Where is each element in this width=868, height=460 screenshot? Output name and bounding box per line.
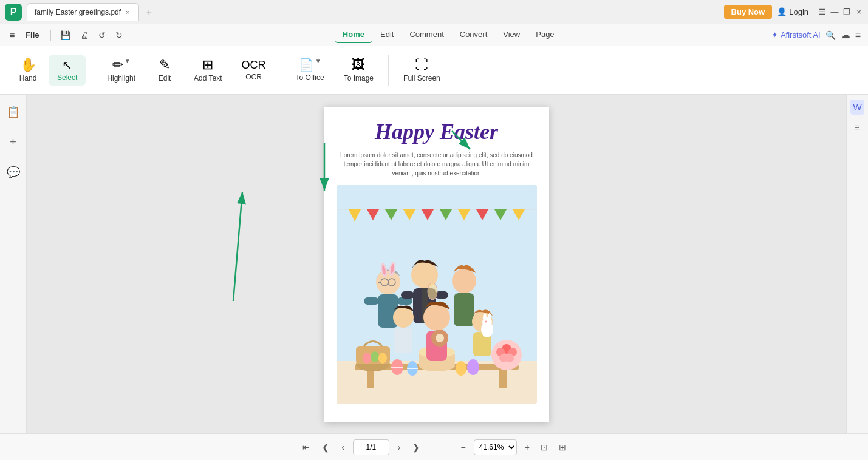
- panel-toggle-icon[interactable]: ≡: [852, 120, 863, 135]
- select-tool[interactable]: ↖ Select: [49, 55, 86, 86]
- app-logo: P: [5, 4, 22, 21]
- svg-rect-51: [401, 291, 414, 299]
- hand-label: Hand: [19, 74, 37, 83]
- svg-line-74: [233, 192, 242, 301]
- page-number-input[interactable]: [353, 439, 389, 455]
- highlight-icon: ✏: [112, 58, 123, 72]
- prev-page-button[interactable]: ‹: [338, 440, 348, 455]
- svg-point-28: [467, 359, 479, 375]
- nav-comment[interactable]: Comment: [402, 27, 451, 43]
- addtext-label: Add Text: [194, 74, 222, 83]
- select-label: Select: [57, 73, 77, 82]
- nav-home[interactable]: Home: [335, 27, 372, 43]
- zoom-out-button[interactable]: −: [457, 440, 468, 455]
- nav-page[interactable]: Page: [528, 27, 561, 43]
- highlight-dropdown-arrow: ▼: [125, 58, 131, 64]
- maximize-button[interactable]: ❐: [842, 8, 851, 16]
- content-area: Happy Easter Lorem ipsum dolor sit amet,…: [27, 95, 846, 433]
- toimage-label: To Image: [344, 74, 374, 83]
- highlight-tool[interactable]: ✏ ▼ Highlight: [98, 55, 144, 86]
- search-button[interactable]: 🔍: [825, 30, 836, 40]
- hamburger-menu-button[interactable]: ☰: [818, 8, 827, 16]
- hand-icon: ✋: [20, 58, 36, 72]
- svg-point-31: [363, 353, 371, 364]
- ai-button[interactable]: ✦ Afirstsoft AI: [771, 30, 821, 39]
- svg-point-72: [485, 321, 487, 323]
- fullscreen-icon: ⛶: [415, 58, 428, 72]
- highlight-label: Highlight: [107, 74, 135, 83]
- title-bar-right: Buy Now 👤 Login ☰ — ❐ ×: [724, 5, 863, 19]
- zoom-select[interactable]: 41.61% 50% 75% 100% 150%: [474, 439, 517, 455]
- hamburger-icon[interactable]: ≡: [7, 28, 17, 42]
- ocr-tool[interactable]: OCR OCR: [233, 56, 275, 85]
- toolbar-separator-3: [388, 55, 389, 86]
- edit-tool[interactable]: ✎ Edit: [146, 55, 183, 86]
- ocr-label: OCR: [245, 73, 262, 81]
- zoom-in-button[interactable]: +: [522, 440, 533, 455]
- logo-icon: P: [5, 4, 22, 21]
- menu-left: ≡ File 💾 🖨 ↺ ↻: [7, 28, 126, 42]
- svg-point-54: [452, 269, 476, 293]
- hand-tool[interactable]: ✋ Hand: [10, 55, 46, 86]
- svg-line-43: [378, 282, 381, 283]
- undo-button[interactable]: ↺: [95, 28, 109, 42]
- login-button[interactable]: 👤 Login: [777, 7, 808, 16]
- nav-menu: Home Edit Comment Convert View Page: [128, 27, 769, 43]
- sidebar-bookmarks-icon[interactable]: 📋: [3, 102, 24, 123]
- fullscreen-tool[interactable]: ⛶ Full Screen: [395, 55, 449, 86]
- active-tab[interactable]: family Easter greetings.pdf ×: [27, 3, 139, 21]
- tooffice-dropdown-arrow: ▼: [315, 58, 321, 64]
- prev-prev-button[interactable]: ❮: [318, 440, 333, 455]
- minimize-button[interactable]: —: [830, 8, 839, 16]
- last-page-button[interactable]: ❯: [409, 440, 423, 455]
- pdf-page: Happy Easter Lorem ipsum dolor sit amet,…: [324, 107, 549, 422]
- easter-image: [337, 185, 537, 404]
- nav-convert[interactable]: Convert: [453, 27, 495, 43]
- fullscreen-label: Full Screen: [403, 74, 440, 83]
- menu-right: ✦ Afirstsoft AI 🔍 ☁ ≡: [771, 29, 861, 41]
- svg-point-60: [393, 307, 414, 328]
- cloud-button[interactable]: ☁: [841, 29, 850, 41]
- file-menu-button[interactable]: File: [21, 28, 44, 42]
- fit-page-button[interactable]: ⊡: [538, 440, 551, 455]
- tooffice-icon: 📄: [299, 59, 314, 71]
- add-tab-button[interactable]: +: [142, 4, 157, 20]
- login-label: Login: [789, 7, 808, 16]
- sidebar-add-icon[interactable]: +: [6, 132, 20, 152]
- print-button[interactable]: 🖨: [77, 28, 92, 42]
- redo-button[interactable]: ↻: [112, 28, 126, 42]
- svg-point-71: [488, 313, 491, 322]
- next-page-button[interactable]: ›: [394, 440, 405, 455]
- main-layout: 📋 + 💬 Happy Easter Lorem ipsum dolor sit…: [0, 95, 868, 433]
- svg-rect-55: [454, 293, 474, 326]
- user-icon: 👤: [777, 7, 787, 16]
- addtext-tool[interactable]: ⊞ Add Text: [185, 55, 230, 86]
- nav-view[interactable]: View: [496, 27, 527, 43]
- sidebar-comment-icon[interactable]: 💬: [3, 162, 24, 183]
- tooffice-label: To Office: [296, 73, 324, 82]
- word-icon[interactable]: W: [850, 100, 864, 115]
- first-page-button[interactable]: ⇤: [299, 440, 313, 455]
- list-button[interactable]: ≡: [855, 30, 861, 41]
- tooffice-tool[interactable]: 📄 ▼ To Office: [287, 55, 333, 86]
- edit-label: Edit: [159, 74, 171, 83]
- svg-rect-61: [394, 328, 412, 353]
- svg-rect-14: [499, 370, 507, 388]
- close-window-button[interactable]: ×: [855, 8, 863, 16]
- save-button[interactable]: 💾: [57, 28, 73, 42]
- tab-bar: family Easter greetings.pdf × +: [27, 3, 724, 21]
- nav-edit[interactable]: Edit: [373, 27, 401, 43]
- easter-title: Happy Easter: [375, 119, 498, 144]
- svg-point-59: [436, 334, 444, 342]
- fit-width-button[interactable]: ⊞: [556, 440, 569, 455]
- window-controls: ☰ — ❐ ×: [818, 8, 863, 16]
- svg-point-53: [428, 283, 437, 300]
- svg-rect-46: [364, 297, 379, 305]
- tab-close-button[interactable]: ×: [125, 7, 131, 17]
- buy-now-button[interactable]: Buy Now: [724, 5, 773, 19]
- toimage-icon: 🖼: [352, 58, 365, 72]
- pdf-content: Happy Easter Lorem ipsum dolor sit amet,…: [324, 107, 549, 416]
- title-bar: P family Easter greetings.pdf × + Buy No…: [0, 0, 868, 24]
- toimage-tool[interactable]: 🖼 To Image: [335, 55, 382, 86]
- family-illustration: [337, 185, 537, 404]
